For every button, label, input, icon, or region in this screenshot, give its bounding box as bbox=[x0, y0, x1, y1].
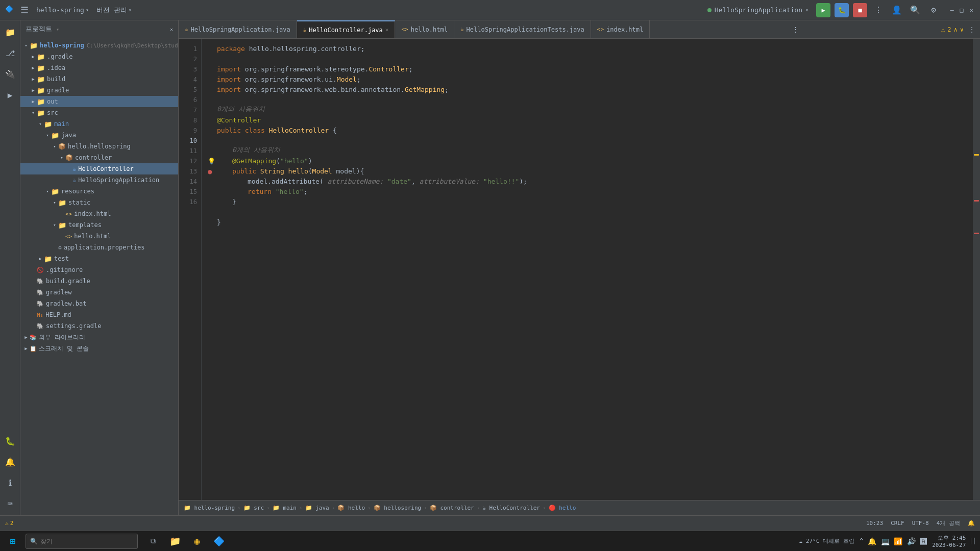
tree-item-hello-html[interactable]: <> hello.html bbox=[20, 231, 178, 242]
tree-item-index-html-static[interactable]: <> index.html bbox=[20, 208, 178, 219]
bc-item-hellocontroller[interactable]: ☕ HelloController bbox=[482, 505, 540, 511]
tab-more-button[interactable]: ⋮ bbox=[787, 26, 804, 33]
tree-item-idea[interactable]: ▶ 📁 .idea bbox=[20, 62, 178, 73]
tree-arrow-resources[interactable]: ▾ bbox=[44, 189, 51, 194]
tree-item-package[interactable]: ▾ 📦 hello.hellospring bbox=[20, 141, 178, 152]
sidebar-item-run[interactable]: ▶ bbox=[1, 86, 19, 104]
taskview-button[interactable]: ⧉ bbox=[143, 532, 163, 551]
search-button[interactable]: 🔍 bbox=[908, 3, 922, 17]
bc-item-main[interactable]: 📁 main bbox=[273, 505, 297, 511]
tree-item-out[interactable]: ▶ 📁 out bbox=[20, 96, 178, 107]
tree-item-scratch[interactable]: ▶ 📋 스크래치 및 콘솔 bbox=[20, 343, 178, 354]
tree-item-hello-controller[interactable]: ☕ HelloController bbox=[20, 163, 178, 174]
tree-arrow-scratch[interactable]: ▶ bbox=[22, 346, 30, 351]
warning-badge[interactable]: ⚠ 2 bbox=[5, 520, 13, 527]
tree-item-external-libs[interactable]: ▶ 📚 외부 라이브러리 bbox=[20, 332, 178, 343]
sidebar-item-info[interactable]: ℹ bbox=[1, 473, 19, 492]
tree-item-build-gradle[interactable]: 🐘 build.gradle bbox=[20, 276, 178, 287]
tab-hello-spring-app[interactable]: ☕ HelloSpringApplication.java bbox=[179, 20, 297, 39]
search-box[interactable]: 🔍 bbox=[26, 534, 138, 549]
bc-item-hellospring[interactable]: 📦 hellospring bbox=[374, 505, 421, 511]
version-dropdown-icon[interactable]: ▾ bbox=[129, 7, 132, 13]
encoding-status[interactable]: UTF-8 bbox=[912, 520, 929, 527]
tree-arrow-java[interactable]: ▾ bbox=[44, 133, 51, 138]
close-button[interactable]: ✕ bbox=[968, 7, 975, 14]
account-icon[interactable]: 👤 bbox=[890, 3, 904, 17]
editor-scrollbar[interactable] bbox=[973, 39, 980, 500]
sidebar-item-project[interactable]: 📁 bbox=[1, 23, 19, 41]
bc-item-src[interactable]: 📁 src bbox=[243, 505, 264, 511]
tree-arrow-controller[interactable]: ▾ bbox=[58, 155, 65, 160]
code-area[interactable]: package hello.hellospring.controller; im… bbox=[202, 39, 973, 500]
tree-item-build[interactable]: ▶ 📁 build bbox=[20, 73, 178, 85]
bc-item-root[interactable]: 📁 hello-spring bbox=[184, 505, 235, 511]
tab-hello-spring-tests[interactable]: ☕ HelloSpringApplicationTests.java bbox=[454, 20, 591, 39]
tree-item-resources[interactable]: ▾ 📁 resources bbox=[20, 186, 178, 197]
line-col-status[interactable]: 10:23 bbox=[866, 520, 883, 527]
tree-item-static[interactable]: ▾ 📁 static bbox=[20, 197, 178, 208]
tree-arrow-static[interactable]: ▾ bbox=[51, 200, 58, 205]
lightbulb-icon[interactable]: 💡 bbox=[208, 156, 217, 166]
start-button[interactable]: ⊞ bbox=[3, 532, 23, 551]
run-config-name[interactable]: HelloSpringApplication bbox=[715, 6, 802, 14]
tree-arrow-external-libs[interactable]: ▶ bbox=[22, 335, 30, 340]
intellij-taskbar-button[interactable]: 🔷 bbox=[209, 532, 229, 551]
bc-item-controller[interactable]: 📦 controller bbox=[430, 505, 474, 511]
run-config-dropdown[interactable]: ▾ bbox=[805, 7, 808, 13]
tree-item-src[interactable]: ▾ 📁 src bbox=[20, 107, 178, 118]
tree-arrow-gradle-dot[interactable]: ▶ bbox=[30, 54, 37, 59]
tab-hello-html[interactable]: <> hello.html bbox=[395, 20, 454, 39]
tree-arrow-root[interactable]: ▾ bbox=[22, 43, 30, 48]
tree-item-templates[interactable]: ▾ 📁 templates bbox=[20, 219, 178, 231]
explorer-taskbar-button[interactable]: 📁 bbox=[165, 532, 185, 551]
file-tree-collapse[interactable]: ✕ bbox=[170, 27, 173, 32]
clock[interactable]: 오후 2:45 2023-06-27 bbox=[932, 534, 966, 548]
tree-arrow-package[interactable]: ▾ bbox=[51, 144, 58, 149]
minimize-button[interactable]: — bbox=[948, 7, 955, 14]
tree-arrow-build[interactable]: ▶ bbox=[30, 77, 37, 82]
chrome-taskbar-button[interactable]: ◉ bbox=[187, 532, 207, 551]
editor-content[interactable]: 1 2 3 4 5 6 7 8 9 10 11 12 13 14 15 16 bbox=[179, 39, 980, 500]
tree-item-app-props[interactable]: ⚙ application.properties bbox=[20, 242, 178, 253]
bc-item-java[interactable]: 📁 java bbox=[305, 505, 329, 511]
tree-arrow-test[interactable]: ▶ bbox=[37, 256, 44, 261]
project-dropdown-icon[interactable]: ▾ bbox=[86, 7, 89, 13]
tree-item-settings-gradle[interactable]: 🐘 settings.gradle bbox=[20, 320, 178, 332]
settings-button[interactable]: ⚙ bbox=[926, 3, 941, 17]
sidebar-item-notifications[interactable]: 🔔 bbox=[1, 453, 19, 471]
project-name[interactable]: hello-spring bbox=[36, 6, 84, 14]
stop-button[interactable]: ■ bbox=[853, 3, 867, 17]
taskbar-search-input[interactable] bbox=[40, 538, 133, 545]
file-tree-header[interactable]: 프로젝트 ▾ ✕ bbox=[20, 20, 178, 38]
sidebar-item-terminal[interactable]: ⌨ bbox=[1, 494, 19, 513]
notification-icon-status[interactable]: 🔔 bbox=[968, 520, 975, 527]
more-actions-button[interactable]: ⋮ bbox=[871, 3, 886, 17]
tree-item-java[interactable]: ▾ 📁 java bbox=[20, 130, 178, 141]
tree-item-root[interactable]: ▾ 📁 hello-spring C:\Users\qkqhd\Desktop\… bbox=[20, 40, 178, 51]
tree-item-gitignore[interactable]: 🚫 .gitignore bbox=[20, 264, 178, 276]
sidebar-item-git[interactable]: ⎇ bbox=[1, 44, 19, 62]
tree-arrow-gradle[interactable]: ▶ bbox=[30, 88, 37, 93]
run-button[interactable]: ▶ bbox=[816, 3, 830, 17]
tree-item-gradle[interactable]: ▶ 📁 gradle bbox=[20, 85, 178, 96]
sidebar-item-plugins[interactable]: 🔌 bbox=[1, 65, 19, 83]
hamburger-menu[interactable]: ☰ bbox=[20, 5, 29, 15]
maximize-button[interactable]: □ bbox=[958, 7, 965, 14]
line-ending-status[interactable]: CRLF bbox=[891, 520, 904, 527]
project-dropdown-btn[interactable]: ▾ bbox=[56, 27, 59, 32]
tree-arrow-out[interactable]: ▶ bbox=[30, 99, 37, 104]
tab-close-hello-controller[interactable]: ✕ bbox=[385, 27, 389, 33]
tree-item-controller[interactable]: ▾ 📦 controller bbox=[20, 152, 178, 163]
version-mgmt[interactable]: 버전 관리 bbox=[96, 6, 127, 15]
tree-item-hello-spring-app[interactable]: ☕ HelloSpringApplication bbox=[20, 174, 178, 186]
tree-arrow-templates[interactable]: ▾ bbox=[51, 222, 58, 228]
collapse-warnings[interactable]: ∨ bbox=[960, 26, 964, 33]
bc-item-hello-method[interactable]: 🔴 hello bbox=[549, 505, 576, 511]
tree-item-test[interactable]: ▶ 📁 test bbox=[20, 253, 178, 264]
debug-button[interactable]: 🐛 bbox=[835, 3, 849, 17]
expand-warnings[interactable]: ∧ bbox=[954, 26, 958, 33]
tree-item-help-md[interactable]: M↓ HELP.md bbox=[20, 309, 178, 320]
tree-item-gradle-dot[interactable]: ▶ 📁 .gradle bbox=[20, 51, 178, 62]
tree-item-main[interactable]: ▾ 📁 main bbox=[20, 118, 178, 130]
indent-status[interactable]: 4개 공백 bbox=[937, 519, 960, 527]
